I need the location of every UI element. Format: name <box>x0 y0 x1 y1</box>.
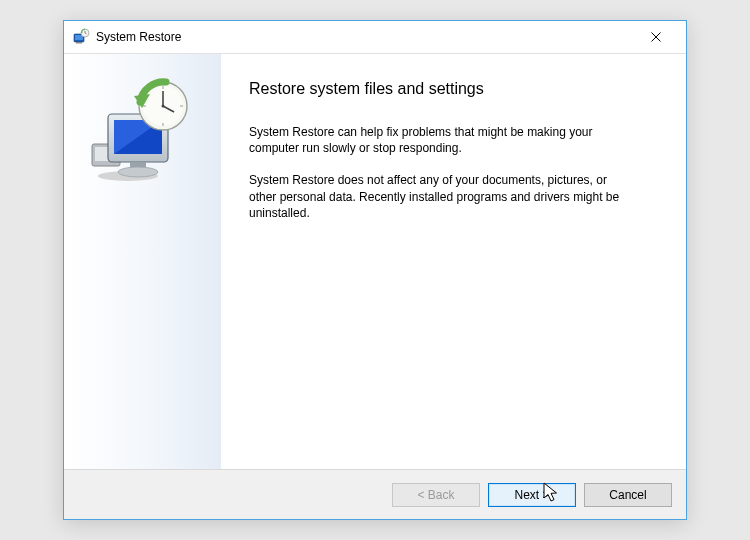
system-restore-dialog: System Restore <box>63 20 687 520</box>
system-restore-icon <box>72 28 90 46</box>
titlebar: System Restore <box>64 21 686 53</box>
intro-paragraph-1: System Restore can help fix problems tha… <box>249 124 629 156</box>
intro-paragraph-2: System Restore does not affect any of yo… <box>249 172 629 221</box>
page-heading: Restore system files and settings <box>249 80 646 98</box>
cancel-button[interactable]: Cancel <box>584 483 672 507</box>
close-icon <box>651 32 661 42</box>
svg-point-15 <box>161 105 164 108</box>
next-button[interactable]: Next > <box>488 483 576 507</box>
close-button[interactable] <box>634 22 678 52</box>
content-panel: Restore system files and settings System… <box>221 54 686 469</box>
sidebar-graphic-panel <box>64 54 221 469</box>
dialog-footer: < Back Next > Cancel <box>64 469 686 519</box>
svg-point-10 <box>118 167 158 177</box>
dialog-body: Restore system files and settings System… <box>64 53 686 469</box>
restore-computer-clock-icon <box>88 76 198 186</box>
back-button: < Back <box>392 483 480 507</box>
svg-rect-2 <box>76 42 82 44</box>
window-title: System Restore <box>96 30 634 44</box>
